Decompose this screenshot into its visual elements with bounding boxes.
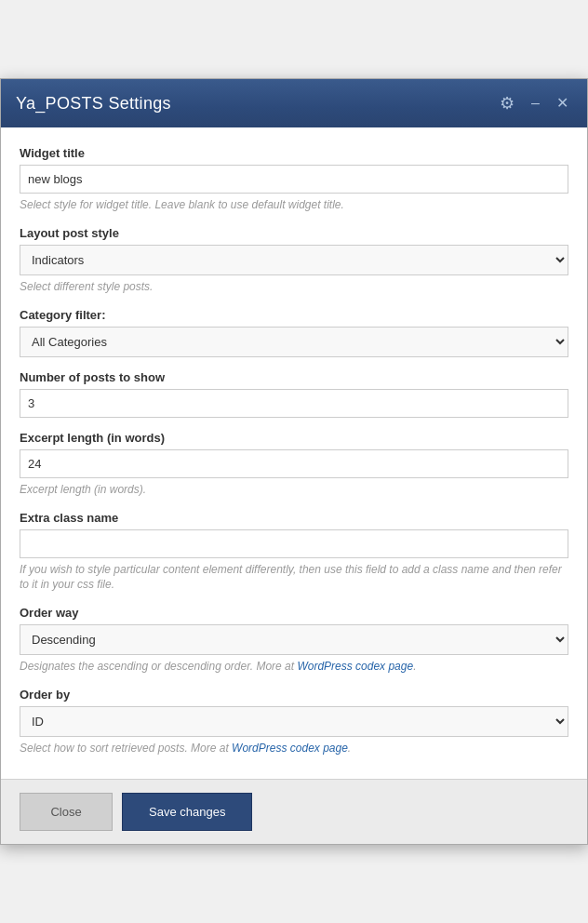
- order-by-select[interactable]: ID Date Title Modified Rand Comment Coun…: [20, 706, 568, 737]
- close-button[interactable]: Close: [20, 793, 113, 831]
- titlebar-controls: ⚙ – ✕: [496, 93, 572, 114]
- number-of-posts-input[interactable]: [20, 389, 568, 418]
- form-content: Widget title Select style for widget tit…: [1, 127, 587, 779]
- category-filter-group: Category filter: All Categories: [20, 308, 568, 357]
- minimize-button[interactable]: –: [528, 94, 543, 113]
- order-by-group: Order by ID Date Title Modified Rand Com…: [20, 688, 568, 756]
- order-way-group: Order way Descending Ascending Designate…: [20, 606, 568, 675]
- close-window-button[interactable]: ✕: [553, 94, 572, 113]
- settings-window: Ya_POSTS Settings ⚙ – ✕ Widget title Sel…: [0, 78, 588, 845]
- number-of-posts-group: Number of posts to show: [20, 370, 568, 418]
- window-title: Ya_POSTS Settings: [16, 94, 171, 114]
- extra-class-name-group: Extra class name If you wish to style pa…: [20, 511, 568, 594]
- order-way-select[interactable]: Descending Ascending: [20, 624, 568, 655]
- extra-class-name-label: Extra class name: [20, 511, 568, 525]
- excerpt-length-input[interactable]: [20, 449, 568, 478]
- order-by-hint: Select how to sort retrieved posts. More…: [20, 741, 568, 756]
- order-by-hint-prefix: Select how to sort retrieved posts. More…: [20, 742, 232, 755]
- excerpt-length-hint: Excerpt length (in words).: [20, 482, 568, 498]
- category-filter-label: Category filter:: [20, 308, 568, 322]
- titlebar: Ya_POSTS Settings ⚙ – ✕: [1, 79, 587, 127]
- order-by-hint-suffix: .: [348, 742, 351, 755]
- order-way-codex-link[interactable]: WordPress codex page: [297, 660, 413, 673]
- order-way-hint-prefix: Designates the ascending or descending o…: [20, 660, 297, 673]
- widget-title-label: Widget title: [20, 146, 568, 160]
- number-of-posts-label: Number of posts to show: [20, 370, 568, 384]
- layout-post-style-label: Layout post style: [20, 226, 568, 240]
- layout-post-style-hint: Select different style posts.: [20, 279, 568, 295]
- order-by-label: Order by: [20, 688, 568, 702]
- close-icon: ✕: [556, 95, 568, 111]
- minimize-icon: –: [531, 95, 540, 111]
- order-way-hint-suffix: .: [413, 660, 416, 673]
- gear-icon: ⚙: [500, 95, 514, 112]
- widget-title-input[interactable]: [20, 165, 568, 194]
- extra-class-name-input[interactable]: [20, 529, 568, 558]
- footer: Close Save changes: [1, 779, 587, 844]
- order-way-label: Order way: [20, 606, 568, 620]
- order-way-hint: Designates the ascending or descending o…: [20, 659, 568, 675]
- gear-button[interactable]: ⚙: [496, 93, 518, 114]
- layout-post-style-group: Layout post style Indicators Standard Co…: [20, 226, 568, 295]
- save-button[interactable]: Save changes: [122, 793, 252, 831]
- excerpt-length-group: Excerpt length (in words) Excerpt length…: [20, 431, 568, 498]
- widget-title-group: Widget title Select style for widget tit…: [20, 146, 568, 213]
- extra-class-name-hint: If you wish to style particular content …: [20, 562, 568, 594]
- widget-title-hint: Select style for widget title. Leave bla…: [20, 197, 568, 213]
- excerpt-length-label: Excerpt length (in words): [20, 431, 568, 445]
- layout-post-style-select[interactable]: Indicators Standard Compact Grid: [20, 245, 568, 275]
- category-filter-select[interactable]: All Categories: [20, 327, 568, 357]
- order-by-codex-link[interactable]: WordPress codex page: [232, 742, 348, 755]
